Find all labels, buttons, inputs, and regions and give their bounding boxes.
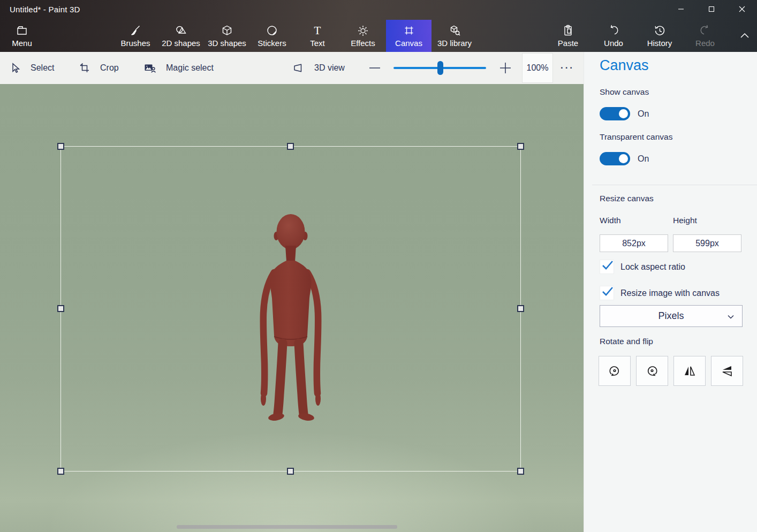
tab-3d-library[interactable]: 3D library: [432, 20, 478, 52]
checkmark-icon: [600, 283, 616, 299]
tab-effects[interactable]: Effects: [340, 20, 385, 52]
flip-horizontal-icon: [683, 364, 697, 378]
resize-handle-bottom-center[interactable]: [287, 468, 294, 475]
rotate-right-button[interactable]: [636, 356, 668, 386]
cursor-icon: [9, 62, 21, 74]
show-canvas-label: Show canvas: [600, 87, 649, 97]
resize-image-checkbox[interactable]: [600, 286, 614, 300]
show-canvas-toggle[interactable]: [600, 107, 630, 120]
redo-button[interactable]: Redo: [683, 20, 728, 52]
rotate-flip-buttons: [599, 356, 743, 386]
resize-handle-bottom-left[interactable]: [57, 468, 64, 475]
resize-image-label: Resize image with canvas: [620, 288, 720, 298]
chevron-up-icon: [738, 31, 751, 41]
rotate-counterclockwise-icon: [608, 364, 622, 378]
resize-image-row[interactable]: Resize image with canvas: [600, 286, 720, 300]
toggle-knob: [619, 109, 628, 118]
history-button[interactable]: History: [637, 20, 682, 52]
history-clock-icon: [653, 24, 666, 37]
resize-handle-top-center[interactable]: [287, 143, 294, 150]
undo-button[interactable]: Undo: [591, 20, 636, 52]
titlebar[interactable]: Untitled* - Paint 3D: [0, 0, 757, 20]
floor-shadow-band: [177, 525, 397, 529]
transparent-canvas-state: On: [638, 154, 649, 164]
units-value: Pixels: [658, 310, 684, 322]
height-input[interactable]: [673, 234, 741, 252]
width-input[interactable]: [600, 234, 668, 252]
sticker-icon: [266, 24, 278, 37]
tab-3d-shapes[interactable]: 3D shapes: [205, 20, 249, 52]
close-button[interactable]: [726, 0, 757, 18]
cube-icon: [221, 24, 233, 37]
canvas-settings-panel: Canvas Show canvas On Transparent canvas…: [584, 52, 757, 532]
shapes-2d-icon: [175, 24, 187, 37]
resize-handle-bottom-right[interactable]: [517, 468, 524, 475]
more-options-button[interactable]: ···: [556, 52, 579, 84]
crop-tool-button[interactable]: Crop: [79, 52, 119, 84]
svg-text:T: T: [314, 24, 321, 37]
minimize-button[interactable]: [665, 0, 696, 18]
paint3d-window: Untitled* - Paint 3D Menu Brushes: [0, 0, 757, 532]
checkmark-icon: [600, 257, 616, 273]
window-title: Untitled* - Paint 3D: [10, 5, 80, 14]
canvas-selection-bounds: [60, 146, 521, 472]
canvas-viewport[interactable]: [0, 84, 584, 532]
tab-canvas[interactable]: Canvas: [386, 20, 432, 52]
canvas-frame-icon: [403, 24, 415, 37]
paste-button[interactable]: Paste: [546, 20, 591, 52]
flip-vertical-button[interactable]: [711, 356, 743, 386]
ribbon: Untitled* - Paint 3D Menu Brushes: [0, 0, 757, 52]
zoom-level[interactable]: 100%: [522, 53, 553, 83]
maximize-button[interactable]: [696, 0, 726, 18]
sun-icon: [357, 24, 369, 37]
folder-icon: [16, 24, 28, 37]
magic-select-button[interactable]: Magic select: [143, 52, 214, 84]
maximize-icon: [708, 6, 715, 12]
menu-button[interactable]: Menu: [1, 20, 43, 52]
lock-aspect-label: Lock aspect ratio: [620, 262, 685, 272]
minimize-icon: [678, 6, 684, 12]
minus-icon: [368, 62, 381, 74]
resize-handle-middle-right[interactable]: [517, 305, 524, 312]
units-dropdown[interactable]: Pixels: [600, 305, 743, 327]
redo-arrow-icon: [699, 24, 711, 37]
chevron-down-icon: [726, 313, 735, 321]
clipboard-icon: [562, 24, 574, 37]
collapse-ribbon-button[interactable]: [735, 20, 755, 52]
rotate-clockwise-icon: [645, 364, 659, 378]
resize-handle-middle-left[interactable]: [57, 305, 64, 312]
transparent-canvas-toggle[interactable]: [600, 152, 630, 165]
tab-2d-shapes[interactable]: 2D shapes: [158, 20, 203, 52]
resize-canvas-heading: Resize canvas: [600, 194, 654, 203]
close-icon: [739, 6, 745, 12]
tab-brushes[interactable]: Brushes: [113, 20, 158, 52]
tool-options-bar: Select Crop Magic select 3D view 100% ··…: [0, 52, 584, 84]
show-canvas-state: On: [638, 109, 649, 119]
flip-horizontal-button[interactable]: [673, 356, 706, 386]
panel-title: Canvas: [600, 57, 649, 74]
toggle-knob: [619, 154, 628, 163]
crop-icon: [79, 62, 90, 74]
3d-view-icon: [292, 63, 305, 73]
zoom-slider-thumb[interactable]: [437, 61, 443, 75]
zoom-in-button[interactable]: [499, 52, 512, 84]
magic-select-icon: [143, 62, 156, 74]
resize-handle-top-right[interactable]: [517, 143, 524, 150]
flip-vertical-icon: [720, 364, 734, 378]
plus-icon: [499, 62, 512, 74]
lock-aspect-ratio-row[interactable]: Lock aspect ratio: [600, 260, 685, 274]
tab-text[interactable]: T Text: [295, 20, 340, 52]
cube-search-icon: [448, 24, 461, 37]
tab-stickers[interactable]: Stickers: [249, 20, 294, 52]
3d-view-button[interactable]: 3D view: [292, 52, 345, 84]
rotate-left-button[interactable]: [599, 356, 631, 386]
resize-handle-top-left[interactable]: [57, 143, 64, 150]
rotate-flip-heading: Rotate and flip: [600, 337, 653, 346]
window-controls: [665, 0, 757, 18]
zoom-slider[interactable]: [393, 67, 486, 69]
zoom-out-button[interactable]: [368, 52, 381, 84]
select-tool-button[interactable]: Select: [9, 52, 54, 84]
lock-aspect-checkbox[interactable]: [600, 260, 614, 274]
text-icon: T: [311, 24, 324, 37]
brush-icon: [129, 24, 142, 37]
